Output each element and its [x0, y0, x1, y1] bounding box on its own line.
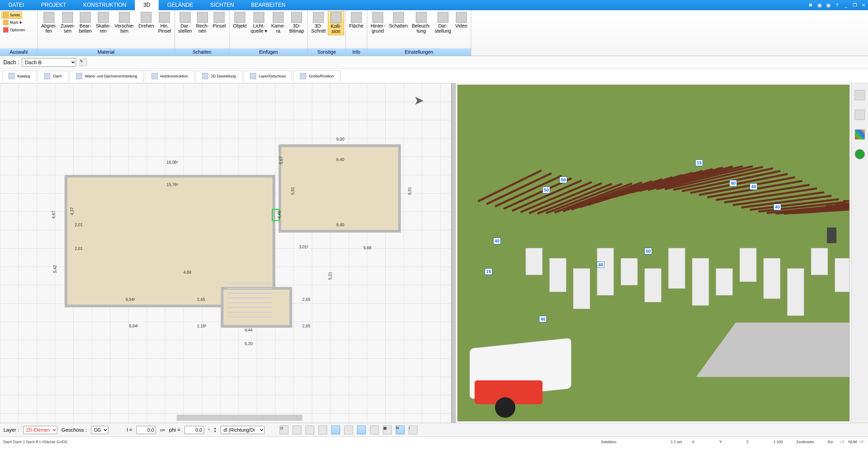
clock-icon[interactable]: ◷ — [280, 426, 288, 434]
property-tab[interactable]: Größe/Position — [294, 71, 340, 81]
dimension: 6,54² — [126, 297, 135, 302]
menu-tab-bearbeiten[interactable]: BEARBEITEN — [243, 0, 294, 10]
snap4-icon[interactable] — [331, 426, 340, 434]
ribbon-button[interactable]: Pinsel — [211, 11, 228, 29]
side-handle[interactable] — [827, 228, 836, 243]
dach-select[interactable]: Dach B — [22, 58, 76, 67]
property-tab[interactable]: 2D Darstellung — [196, 71, 242, 81]
ribbon-button[interactable]: Drehen — [136, 11, 156, 29]
snap3-icon[interactable] — [318, 426, 327, 434]
mark-button[interactable]: Mark. ▾ — [1, 19, 23, 26]
measure-badge[interactable]: 40 — [774, 204, 781, 210]
ribbon-button[interactable]: Kame-ra — [269, 11, 287, 35]
status-selection: Selektion — [601, 440, 616, 444]
scrollbar-horizontal[interactable] — [177, 415, 302, 421]
ribbon-button[interactable]: Kolli-sion — [328, 11, 344, 35]
measure-badge[interactable]: 15 — [485, 268, 492, 275]
l-label: l = — [127, 427, 132, 433]
tool-icon — [234, 12, 245, 23]
ribbon-button-label: ra — [276, 29, 280, 34]
view-2d[interactable]: ➤ 16,06² 9,00 8,40 8,40 15,76² 2,01 2,01… — [0, 83, 452, 423]
measure-badge[interactable]: 40 — [597, 261, 604, 268]
info-toggle-icon[interactable]: i — [409, 426, 418, 434]
measure-badge[interactable]: 40 — [539, 316, 547, 322]
materials-icon[interactable] — [855, 129, 865, 140]
measure-badge[interactable]: 50 — [560, 177, 567, 183]
wall-segment — [716, 268, 733, 295]
status-uf: UF — [840, 440, 845, 444]
measure-badge[interactable]: 15 — [695, 160, 703, 166]
ribbon-button[interactable]: Schatten — [387, 11, 410, 29]
property-tab[interactable]: Dach — [38, 71, 68, 81]
measure-badge[interactable]: 50 — [644, 248, 652, 254]
property-tab[interactable]: Katalog — [2, 71, 36, 81]
tool-icon[interactable]: ✖ — [806, 0, 815, 10]
furniture-icon[interactable] — [855, 110, 865, 120]
ribbon-button[interactable]: 3D-Bitmap — [287, 11, 306, 35]
menu-tab-3d[interactable]: 3D — [135, 0, 159, 10]
ribbon-button[interactable]: Zuwei-sen — [58, 11, 77, 35]
view-3d[interactable]: 5050404040151550404040 — [457, 85, 850, 421]
ribbon-button[interactable]: Hin.Pinsel — [156, 11, 173, 35]
snap7-icon[interactable] — [370, 426, 379, 434]
snap6-icon[interactable] — [357, 426, 366, 434]
status-y: Y: — [719, 440, 723, 444]
tree-icon[interactable] — [855, 149, 865, 159]
ribbon-button[interactable]: Verschie-ben — [112, 11, 136, 35]
rafter — [843, 200, 849, 202]
measure-badge[interactable]: 50 — [543, 187, 550, 193]
tool-icon[interactable]: ▣ — [824, 0, 833, 10]
menu-tab-datei[interactable]: DATEI — [0, 0, 33, 10]
l-input[interactable] — [136, 426, 156, 434]
tool-icon[interactable]: ▣ — [815, 0, 824, 10]
ribbon-button[interactable]: Video — [453, 11, 470, 29]
menu-tab-gelaende[interactable]: GELÄNDE — [159, 0, 201, 10]
help-icon[interactable]: ? — [833, 0, 842, 10]
edit-icon[interactable]: ✎ — [79, 59, 87, 66]
ribbon-button[interactable]: Rech-nen — [194, 11, 211, 35]
ribbon-button-label: Beleuch- — [412, 23, 430, 29]
ribbon-button-label: sion — [332, 29, 340, 34]
ribbon-button[interactable]: Licht-quelle ▾ — [249, 11, 269, 35]
geschoss-select[interactable]: DG — [91, 426, 108, 434]
measure-badge[interactable]: 40 — [493, 238, 501, 244]
ribbon-button[interactable]: Objekt — [231, 11, 249, 29]
snap5-icon[interactable] — [344, 426, 353, 434]
ribbon-button[interactable]: Abgrei-fen — [39, 11, 58, 35]
snap2-icon[interactable] — [305, 426, 314, 434]
ribbon-button-label: 3D- — [293, 23, 301, 29]
property-tab[interactable]: Holzkonstruktion — [145, 71, 194, 81]
stairs[interactable] — [228, 280, 272, 318]
ribbon-button[interactable]: Bear-beiten — [77, 11, 94, 35]
splitter[interactable] — [452, 83, 456, 423]
wall-segment — [526, 248, 543, 275]
selekt-button[interactable]: Selekt — [1, 11, 22, 19]
measure-badge[interactable]: 40 — [750, 183, 757, 190]
property-tab[interactable]: Layer/Geschoss — [244, 71, 292, 81]
menu-tab-sichten[interactable]: SICHTEN — [202, 0, 243, 10]
restore-icon[interactable]: ❐ — [850, 0, 859, 10]
ribbon-button-label: 3D- — [315, 23, 322, 29]
ribbon-button[interactable]: 3D-Schnitt — [309, 11, 328, 35]
ribbon-button[interactable]: Dar-stellen — [176, 11, 194, 35]
ribbon-button[interactable]: Hinter-grund — [369, 11, 387, 35]
north-toggle-icon[interactable]: N — [396, 426, 405, 434]
dl-select[interactable]: dl (Richtung/Di — [220, 426, 265, 434]
tool-icon — [197, 12, 208, 23]
close-icon[interactable]: ✕ — [859, 0, 868, 10]
layer-select[interactable]: 2D-Elemen — [23, 426, 57, 434]
grid-toggle-icon[interactable]: ▦ — [383, 426, 392, 434]
menu-tab-projekt[interactable]: PROJEKT — [33, 0, 75, 10]
snap1-icon[interactable] — [293, 426, 301, 434]
layers-icon[interactable] — [855, 90, 865, 100]
property-tab[interactable]: Wand- und Dachverschneidung — [70, 71, 144, 81]
ribbon-button[interactable]: Skalie-ren — [94, 11, 112, 35]
menu-tab-konstruktion[interactable]: KONSTRUKTION — [75, 0, 135, 10]
ribbon-button[interactable]: Fläche — [347, 11, 366, 29]
ribbon-button[interactable]: Beleuch-tung — [410, 11, 432, 35]
measure-badge[interactable]: 40 — [729, 180, 737, 186]
minimize-icon[interactable]: _ — [842, 0, 850, 10]
ribbon-button[interactable]: Dar-stellung — [432, 11, 453, 35]
optionen-button[interactable]: Optionen — [1, 26, 27, 34]
phi-input[interactable] — [184, 426, 204, 434]
